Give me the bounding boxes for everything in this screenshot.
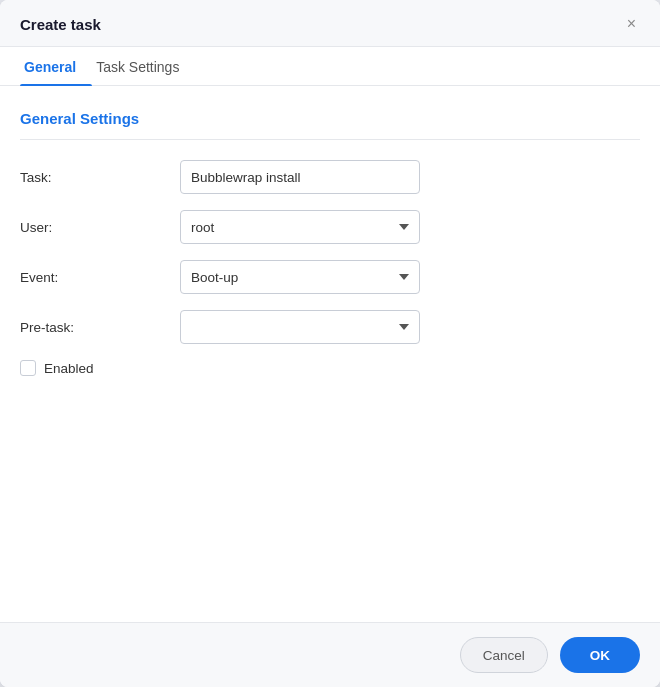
task-label: Task: — [20, 170, 180, 185]
cancel-button[interactable]: Cancel — [460, 637, 548, 673]
dialog-body: General Settings Task: User: root Event:… — [0, 86, 660, 622]
task-input[interactable] — [180, 160, 420, 194]
event-row: Event: Boot-up — [20, 260, 640, 294]
tab-task-settings[interactable]: Task Settings — [92, 47, 195, 85]
section-divider — [20, 139, 640, 140]
user-label: User: — [20, 220, 180, 235]
pretask-label: Pre-task: — [20, 320, 180, 335]
user-select[interactable]: root — [180, 210, 420, 244]
pretask-row: Pre-task: — [20, 310, 640, 344]
section-title: General Settings — [20, 110, 640, 127]
enabled-checkbox[interactable] — [20, 360, 36, 376]
event-select[interactable]: Boot-up — [180, 260, 420, 294]
tab-general[interactable]: General — [20, 47, 92, 85]
user-row: User: root — [20, 210, 640, 244]
ok-button[interactable]: OK — [560, 637, 640, 673]
enabled-label[interactable]: Enabled — [44, 361, 94, 376]
close-button[interactable]: × — [623, 14, 640, 34]
event-label: Event: — [20, 270, 180, 285]
tab-bar: General Task Settings — [0, 47, 660, 86]
dialog-header: Create task × — [0, 0, 660, 47]
dialog-title: Create task — [20, 16, 101, 33]
dialog-footer: Cancel OK — [0, 622, 660, 687]
task-row: Task: — [20, 160, 640, 194]
pretask-select[interactable] — [180, 310, 420, 344]
create-task-dialog: Create task × General Task Settings Gene… — [0, 0, 660, 687]
enabled-row: Enabled — [20, 360, 640, 376]
